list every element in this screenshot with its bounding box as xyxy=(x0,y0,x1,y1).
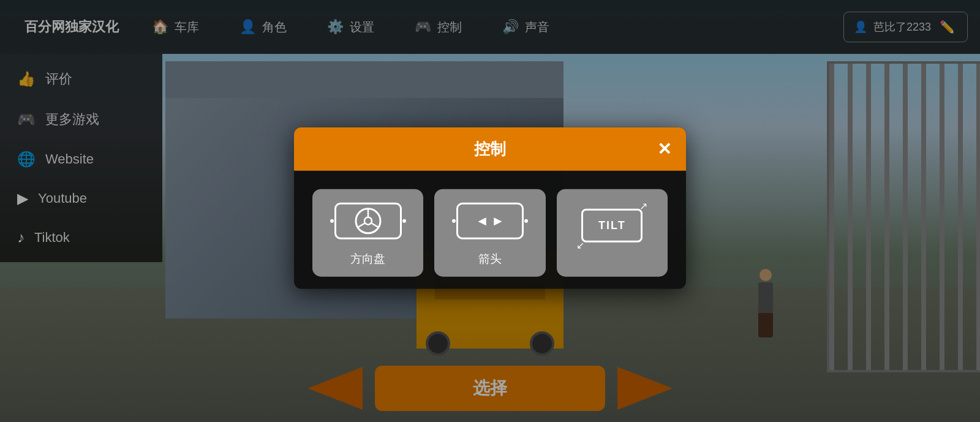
steering-wheel-icon xyxy=(354,206,382,235)
modal-close-button[interactable]: ✕ xyxy=(653,138,675,160)
control-option-tilt[interactable]: ↗ TILT ↙ xyxy=(557,189,668,276)
phone-outline-steering xyxy=(334,202,402,239)
modal-title: 控制 xyxy=(474,138,506,159)
tilt-wrapper: ↗ TILT ↙ xyxy=(581,208,643,242)
tilt-arrow-up-icon: ↗ xyxy=(639,200,647,211)
arrow-icon-container: ◄► xyxy=(456,202,524,242)
arrow-directions-icon: ◄► xyxy=(475,213,505,228)
steering-icon-container xyxy=(334,202,402,242)
svg-line-4 xyxy=(372,223,379,227)
tilt-text-label: TILT xyxy=(598,219,626,232)
control-modal: 控制 ✕ 方向盘 xyxy=(294,127,686,288)
tilt-phone-outline: TILT xyxy=(581,208,643,242)
phone-outline-arrow: ◄► xyxy=(456,202,524,239)
control-option-steering[interactable]: 方向盘 xyxy=(312,189,423,276)
modal-body: 方向盘 ◄► 箭头 ↗ TILT ↙ xyxy=(294,170,686,288)
tilt-icon-container: ↗ TILT ↙ xyxy=(578,202,646,248)
svg-line-3 xyxy=(357,223,364,227)
tilt-arrow-down-icon: ↙ xyxy=(576,239,584,251)
control-option-arrow[interactable]: ◄► 箭头 xyxy=(434,189,545,276)
steering-label: 方向盘 xyxy=(350,251,385,266)
modal-header: 控制 ✕ xyxy=(294,127,686,170)
svg-point-1 xyxy=(364,217,372,224)
arrow-label: 箭头 xyxy=(478,251,502,266)
